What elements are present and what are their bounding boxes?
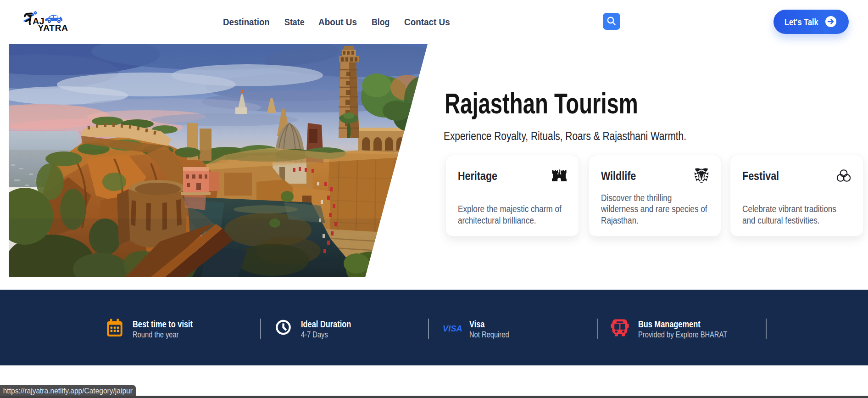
svg-text:VISA: VISA xyxy=(443,324,462,332)
svg-text:YATRA: YATRA xyxy=(38,23,68,33)
